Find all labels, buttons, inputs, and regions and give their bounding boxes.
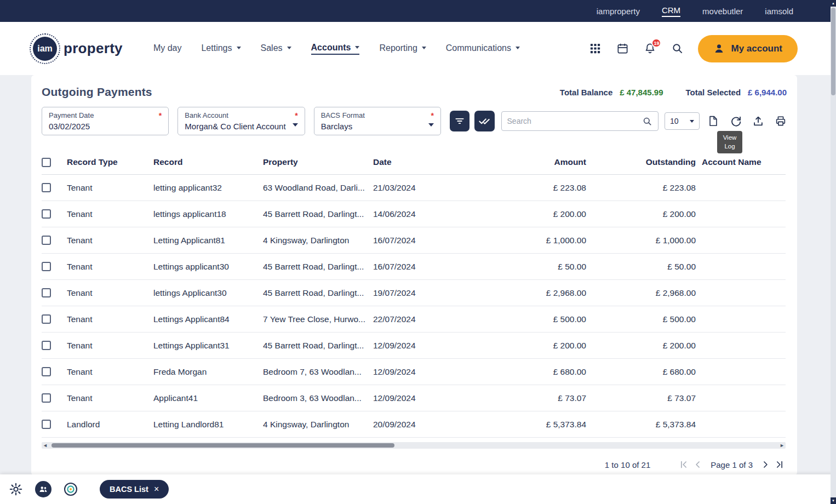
export-icon[interactable] [752,115,764,127]
topbar-link-crm[interactable]: CRM [662,5,680,17]
page-size-select[interactable]: 10 [665,112,700,130]
filter-button[interactable] [450,111,469,131]
tab-bacs-list[interactable]: BACS List × [100,480,169,499]
scroll-right-icon[interactable]: ► [780,443,785,448]
next-page-icon[interactable] [758,457,772,472]
last-page-icon[interactable] [772,457,787,472]
search-icon[interactable] [671,42,684,55]
print-icon[interactable] [775,115,787,127]
apps-grid-icon[interactable] [589,42,602,55]
col-amount: Amount [455,152,586,175]
contacts-people-icon[interactable] [35,481,51,497]
calendar-icon[interactable] [616,42,629,55]
view-log-tooltip: View Log [717,131,742,153]
chevron-down-icon [690,120,694,123]
row-checkbox[interactable] [42,209,51,219]
nav-reporting[interactable]: Reporting [379,43,426,54]
row-checkbox[interactable] [42,393,51,403]
table-row[interactable]: Tenant Lettings Applicant84 7 Yew Tree C… [42,306,786,333]
refresh-icon[interactable] [730,115,742,127]
notifications-bell-icon[interactable]: 19 [644,42,656,55]
select-all-button[interactable] [474,111,494,131]
row-checkbox[interactable] [42,341,51,350]
search-icon[interactable] [642,116,652,127]
scroll-left-icon[interactable]: ◄ [43,443,48,448]
topbar-link-iamsold[interactable]: iamsold [765,7,793,16]
nav-my-day[interactable]: My day [153,43,182,54]
row-checkbox[interactable] [42,367,51,376]
view-log-icon[interactable] [707,115,719,127]
table-row[interactable]: Tenant lettings Applicant30 45 Barrett R… [42,280,786,306]
nav-lettings[interactable]: Lettings [201,43,241,54]
bank-account-select[interactable]: Bank Account* Morgan& Co Client Account [177,107,305,135]
chevron-down-icon [422,47,426,49]
col-account-name: Account Name [696,152,786,175]
col-record: Record [153,152,263,175]
page-indicator: Page 1 of 3 [711,460,753,469]
row-checkbox[interactable] [42,288,51,297]
table-actions [707,115,787,127]
notification-count-badge: 19 [651,38,661,48]
first-page-icon[interactable] [677,457,691,472]
required-marker: * [431,111,433,120]
logo-badge-icon: iam [30,33,60,64]
row-checkbox[interactable] [42,183,51,192]
nav-accounts[interactable]: Accounts [311,43,360,55]
table-row[interactable]: Tenant Lettings Applicant31 45 Barrett R… [42,333,786,359]
payment-date-field[interactable]: Payment Date* 03/02/2025 [42,107,169,135]
scroll-up-icon[interactable]: ▲ [831,0,836,7]
prev-page-icon[interactable] [691,457,705,472]
table-row[interactable]: Tenant Letting Applicant81 4 Kingsway, D… [42,227,786,254]
topbar-link-movebutler[interactable]: movebutler [702,7,743,16]
person-icon [713,43,725,54]
col-date: Date [373,152,455,175]
total-balance-label: Total Balance [560,88,612,97]
chevron-down-icon [237,47,241,49]
table-row[interactable]: Tenant Lettings applicant30 45 Barrett R… [42,254,786,280]
chevron-down-icon [428,123,434,127]
total-balance-value: £ 47,845.99 [620,88,663,97]
row-checkbox[interactable] [42,314,51,324]
bacs-format-select[interactable]: BACS Format* Barclays [314,107,441,135]
horizontal-scroll-thumb[interactable] [51,443,394,448]
row-checkbox[interactable] [42,420,51,429]
table-row[interactable]: Tenant Freda Morgan Bedroom 7, 63 Woodla… [42,359,786,385]
table-row[interactable]: Tenant letting applicant32 63 Woodland R… [42,175,786,201]
chevron-down-icon [355,46,359,49]
col-record-type: Record Type [67,152,153,175]
bottom-bar: BACS List × [0,474,836,504]
table-row[interactable]: Tenant lettings applicant18 45 Barrett R… [42,201,786,227]
required-marker: * [295,111,297,120]
totals-summary: Total Balance £ 47,845.99 Total Selected… [560,88,787,97]
select-all-checkbox[interactable] [42,158,51,167]
payments-table: Record Type Record Property Date Amount … [42,152,786,438]
vertical-scroll-thumb[interactable] [831,8,835,95]
col-outstanding: Outstanding [586,152,696,175]
outgoing-payments-panel: Outgoing Payments Total Balance £ 47,845… [31,75,797,476]
total-selected-value: £ 6,944.00 [748,88,787,97]
horizontal-scrollbar[interactable]: ◄ ► [42,442,786,449]
scroll-down-icon[interactable]: ▼ [831,497,836,504]
row-checkbox[interactable] [42,262,51,271]
total-selected-label: Total Selected [686,88,741,97]
iamproperty-logo[interactable]: iam property [30,33,123,64]
logo-wordmark: property [64,40,123,57]
nav-sales[interactable]: Sales [261,43,291,54]
table-row[interactable]: Landlord Letting Landlord81 4 Kingsway, … [42,411,786,438]
chevron-down-icon [287,47,291,49]
vertical-scrollbar[interactable]: ▲ ▼ [831,0,836,504]
nav-communications[interactable]: Communications [446,43,520,54]
main-nav: My day Lettings Sales Accounts Reporting… [153,43,520,55]
col-property: Property [263,152,373,175]
pagination: 1 to 10 of 21 Page 1 of 3 [42,457,787,472]
target-logo-icon[interactable] [63,482,78,497]
filter-icon [454,116,465,127]
filter-toolbar: Payment Date* 03/02/2025 Bank Account* M… [42,107,787,135]
search-input[interactable] [507,117,643,125]
my-account-button[interactable]: My account [698,35,798,62]
settings-gear-icon[interactable] [8,482,24,497]
close-tab-icon[interactable]: × [154,484,159,494]
table-row[interactable]: Tenant Applicant41 Bedroom 3, 63 Woodlan… [42,385,786,411]
topbar-link-iamproperty[interactable]: iamproperty [597,7,640,16]
row-checkbox[interactable] [42,236,51,245]
